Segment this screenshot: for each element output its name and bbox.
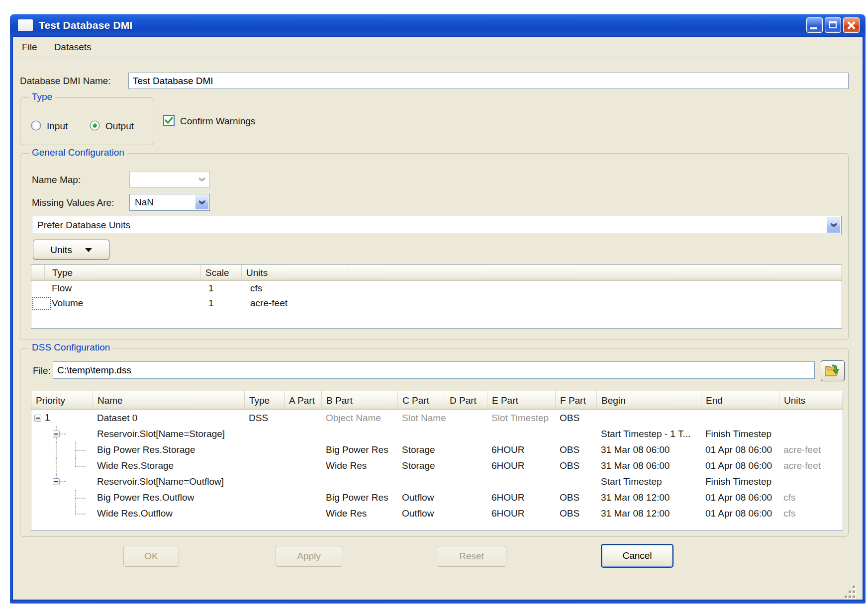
maximize-icon (829, 21, 837, 28)
chevron-down-icon (195, 172, 209, 187)
application-window: Test Database DMI File Datasets Database… (0, 0, 868, 609)
window-title: Test Database DMI (39, 19, 133, 31)
close-button[interactable] (843, 17, 860, 33)
chevron-down-icon[interactable] (827, 217, 841, 233)
collapse-minus-icon[interactable] (53, 478, 60, 485)
table-row[interactable]: Volume 1 acre-feet (31, 296, 842, 311)
type-group-label: Type (29, 91, 55, 102)
menu-file[interactable]: File (22, 42, 37, 53)
confirm-warnings-checkbox[interactable] (163, 115, 175, 129)
dss-config-label: DSS Configuration (29, 342, 113, 353)
minimize-button[interactable] (806, 17, 823, 33)
dss-col-a-part[interactable]: A Part (284, 391, 321, 410)
menu-datasets[interactable]: Datasets (54, 42, 92, 53)
dss-col-begin[interactable]: Begin (596, 391, 701, 410)
table-row[interactable]: Wide Res.Storage Wide Res Storage 6HOUR … (31, 458, 843, 474)
dss-file-input[interactable] (53, 361, 815, 379)
dss-col-c-part[interactable]: C Part (397, 391, 445, 410)
dss-col-priority[interactable]: Priority (31, 391, 93, 410)
name-map-combobox (129, 171, 210, 188)
chevron-down-icon[interactable] (195, 195, 209, 210)
dss-table: Priority Name Type A Part B Part C Part … (31, 391, 843, 531)
table-row[interactable]: 1 Dataset 0 DSS Object Name Slot Name Sl… (31, 410, 843, 426)
window-border-right (863, 36, 866, 603)
folder-open-icon (825, 364, 841, 378)
radio-output-label[interactable]: Output (105, 121, 134, 132)
browse-file-button[interactable] (821, 360, 845, 381)
menu-bar: File Datasets (13, 37, 863, 58)
collapse-minus-icon[interactable] (34, 415, 41, 422)
collapse-minus-icon[interactable] (53, 431, 60, 437)
checkbox-checked-icon (163, 115, 175, 126)
units-col-units[interactable]: Units (241, 265, 349, 280)
minimize-icon (810, 27, 817, 29)
title-bar[interactable]: Test Database DMI (10, 14, 866, 37)
table-row[interactable]: Flow 1 cfs (31, 281, 842, 296)
name-map-label: Name Map: (32, 174, 81, 185)
units-preference-combobox[interactable]: Prefer Database Units (32, 216, 842, 234)
radio-selected-icon (90, 120, 100, 131)
dmi-name-input[interactable] (128, 73, 849, 89)
table-row[interactable]: Wide Res.Outflow Wide Res Outflow 6HOUR … (31, 506, 843, 522)
dss-col-end[interactable]: End (701, 391, 779, 410)
focus-rectangle (32, 297, 51, 310)
dropdown-arrow-icon (85, 248, 92, 252)
dss-file-label: File: (33, 365, 51, 376)
ok-button: OK (123, 546, 179, 567)
radio-input-label[interactable]: Input (47, 121, 68, 132)
dss-col-f-part[interactable]: F Part (555, 391, 596, 410)
reset-button: Reset (437, 546, 506, 567)
units-col-scale[interactable]: Scale (200, 265, 241, 280)
table-row[interactable]: Reservoir.Slot[Name=Outflow] Start Times… (31, 474, 843, 490)
units-table: Type Scale Units Flow 1 cfs Volume 1 acr… (31, 264, 842, 329)
dss-col-d-part[interactable]: D Part (445, 391, 487, 410)
dss-col-type[interactable]: Type (244, 391, 284, 410)
radio-input[interactable] (31, 120, 41, 133)
apply-button: Apply (276, 546, 342, 567)
dss-col-e-part[interactable]: E Part (487, 391, 555, 410)
general-config-label: General Configuration (29, 147, 127, 158)
window-border-bottom (10, 600, 866, 604)
dss-col-name[interactable]: Name (93, 391, 244, 410)
app-window-icon (18, 19, 33, 31)
units-table-header: Type Scale Units (31, 265, 842, 281)
dss-col-units[interactable]: Units (779, 391, 824, 410)
radio-circle-icon (31, 120, 41, 131)
table-row[interactable]: Reservoir.Slot[Name=Storage] Start Times… (31, 426, 843, 442)
dss-table-header: Priority Name Type A Part B Part C Part … (31, 391, 843, 410)
missing-values-combobox[interactable]: NaN (129, 194, 210, 211)
units-col-type[interactable]: Type (44, 265, 200, 280)
maximize-button[interactable] (825, 17, 841, 33)
table-row[interactable]: Big Power Res.Outflow Big Power Res Outf… (31, 490, 843, 506)
radio-output[interactable] (90, 120, 100, 133)
cancel-button[interactable]: Cancel (601, 544, 674, 568)
confirm-warnings-label[interactable]: Confirm Warnings (180, 116, 255, 127)
table-row[interactable]: Big Power Res.Storage Big Power Res Stor… (31, 442, 843, 458)
missing-values-label: Missing Values Are: (32, 197, 114, 208)
units-menu-button[interactable]: Units (33, 240, 109, 260)
dmi-name-label: Database DMI Name: (20, 76, 111, 87)
menu-separator (13, 58, 863, 59)
dss-col-b-part[interactable]: B Part (321, 391, 397, 410)
